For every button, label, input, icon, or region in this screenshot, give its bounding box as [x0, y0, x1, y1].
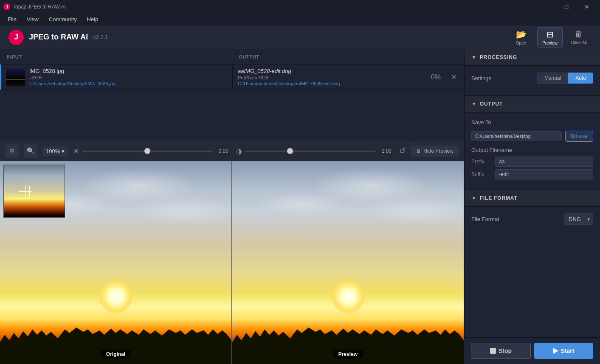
menu-file[interactable]: File: [3, 15, 21, 23]
menu-view[interactable]: View: [23, 15, 43, 23]
preview-sun: [331, 280, 365, 314]
processing-section-body: Settings Manual Auto: [465, 66, 600, 96]
brightness-slider[interactable]: [82, 151, 212, 152]
zoom-in-button[interactable]: 🔍: [24, 144, 37, 158]
suffix-row: Suffix: [471, 169, 593, 179]
save-to-label: Save To: [471, 119, 491, 126]
file-format-chevron-icon: ▼: [471, 195, 476, 201]
preview-label: Preview: [333, 350, 363, 359]
start-button[interactable]: Start: [534, 343, 593, 359]
save-path-input[interactable]: [471, 131, 562, 141]
output-colorspace: ProPhoto RGB: [238, 75, 427, 80]
suffix-key: Suffix: [471, 171, 492, 177]
save-path-row: Browse: [471, 131, 593, 142]
output-section-header[interactable]: ▼ OUTPUT: [465, 96, 600, 112]
output-section-title: OUTPUT: [480, 101, 503, 107]
file-list-header: INPUT OUTPUT: [0, 49, 464, 64]
settings-label: Settings: [471, 75, 491, 81]
header: J JPEG to RAW AI v2.2.1 📂 Open ⊟ Preview…: [0, 25, 600, 49]
preview-area: Original Preview: [0, 161, 464, 364]
format-select[interactable]: DNG TIFF PNG: [564, 213, 593, 225]
output-path: C:/Users/netshine/Desktop/aaIMG_0528-edi…: [238, 81, 427, 86]
thumb-horizon: [6, 79, 25, 80]
remove-file-button[interactable]: ✕: [448, 72, 459, 82]
header-tools: 📂 Open ⊟ Preview 🗑 Clear All: [508, 27, 592, 48]
stop-icon: [490, 348, 496, 354]
preview-image: [232, 161, 464, 364]
prefix-row: Prefix: [471, 157, 593, 167]
contrast-value: 1.00: [379, 148, 394, 154]
titlebar: J Topaz JPEG to RAW AI ─ □ ✕: [0, 0, 600, 14]
suffix-input[interactable]: [495, 169, 593, 179]
reset-button[interactable]: ↺: [399, 146, 406, 156]
contrast-slider[interactable]: [245, 151, 375, 152]
zoom-chevron-icon: ▾: [62, 148, 65, 154]
window-controls: ─ □ ✕: [536, 0, 597, 14]
filename-row: Output Filename Prefix Suffix: [471, 147, 593, 179]
prefix-input[interactable]: [495, 157, 593, 167]
browse-button[interactable]: Browse: [565, 131, 593, 142]
filename-label: Output Filename: [471, 147, 593, 153]
open-folder-icon: 📂: [516, 29, 527, 39]
file-name: IMG_0528.jpg: [29, 68, 115, 74]
file-path: C:/Users/netshine/Desktop/IMG_0528.jpg: [29, 81, 115, 86]
file-row[interactable]: IMG_0528.jpg sRGB C:/Users/netshine/Desk…: [0, 64, 464, 90]
brightness-value: 0.00: [216, 148, 231, 154]
manual-button[interactable]: Manual: [537, 73, 568, 84]
stop-button[interactable]: Stop: [471, 343, 531, 359]
preview-controls: ⊞ 🔍 100% ▾ ☀ 0.00 ◑ 1.00 ↺ 🖥 Hide Previe…: [0, 141, 464, 161]
hide-preview-button[interactable]: 🖥 Hide Preview: [411, 146, 459, 157]
close-button[interactable]: ✕: [577, 0, 597, 14]
output-info: aaIMG_0528-edit.dng ProPhoto RGB C:/User…: [238, 68, 427, 86]
sun-layer: [99, 280, 133, 314]
bottom-bar: Stop Start: [464, 337, 600, 364]
view-rect: [13, 186, 30, 199]
thumb-inner: [6, 68, 25, 87]
app-title: JPEG to RAW AI: [29, 33, 88, 42]
processing-chevron-icon: ▼: [471, 54, 476, 60]
brand: J JPEG to RAW AI v2.2.1: [8, 30, 108, 45]
start-icon: [553, 348, 558, 354]
contrast-icon: ◑: [236, 147, 242, 155]
left-panel: INPUT OUTPUT IMG_0528.jpg sRGB C:/Users/…: [0, 49, 464, 364]
format-row: File Format DNG TIFF PNG: [471, 213, 593, 225]
filename-fields: Prefix Suffix: [471, 157, 593, 179]
minimize-button[interactable]: ─: [536, 0, 556, 14]
menu-community[interactable]: Community: [45, 15, 81, 23]
stop-label: Stop: [499, 347, 512, 354]
file-format-section-title: FILE FORMAT: [480, 195, 518, 201]
processing-section-title: PROCESSING: [480, 54, 517, 60]
format-label: File Format: [471, 216, 499, 222]
file-thumbnail: [6, 68, 25, 87]
save-to-row: Save To: [471, 119, 593, 126]
output-section-body: Save To Browse Output Filename Prefix Su…: [465, 112, 600, 190]
brightness-group: ☀ 0.00: [73, 147, 231, 155]
prefix-key: Prefix: [471, 159, 492, 165]
right-panel: ▼ PROCESSING Settings Manual Auto ▼ OUTP…: [464, 49, 600, 364]
settings-row: Settings Manual Auto: [471, 73, 593, 84]
preview-label: Preview: [542, 41, 558, 45]
app-logo-icon: J: [3, 3, 10, 10]
fit-view-button[interactable]: ⊞: [5, 144, 19, 158]
brand-icon: J: [8, 30, 24, 45]
maximize-button[interactable]: □: [557, 0, 576, 14]
clear-icon: 🗑: [575, 29, 583, 39]
clear-label: Clear All: [571, 40, 586, 45]
titlebar-info: J Topaz JPEG to RAW AI: [3, 3, 66, 10]
open-button[interactable]: 📂 Open: [508, 27, 534, 48]
output-name: aaIMG_0528-edit.dng: [238, 68, 427, 74]
brightness-icon: ☀: [73, 147, 79, 155]
contrast-group: ◑ 1.00: [236, 147, 394, 155]
monitor-icon: 🖥: [416, 148, 421, 154]
preview-icon: ⊟: [546, 29, 554, 39]
processing-section-header[interactable]: ▼ PROCESSING: [465, 49, 600, 66]
auto-button[interactable]: Auto: [568, 73, 593, 84]
menubar: File View Community Help: [0, 14, 600, 25]
file-list-body: IMG_0528.jpg sRGB C:/Users/netshine/Desk…: [0, 64, 464, 115]
clear-all-button[interactable]: 🗑 Clear All: [566, 27, 592, 48]
menu-help[interactable]: Help: [83, 15, 103, 23]
open-label: Open: [516, 41, 526, 45]
file-format-section-header[interactable]: ▼ FILE FORMAT: [465, 190, 600, 207]
zoom-selector[interactable]: 100% ▾: [42, 146, 68, 156]
preview-button[interactable]: ⊟ Preview: [537, 27, 563, 48]
